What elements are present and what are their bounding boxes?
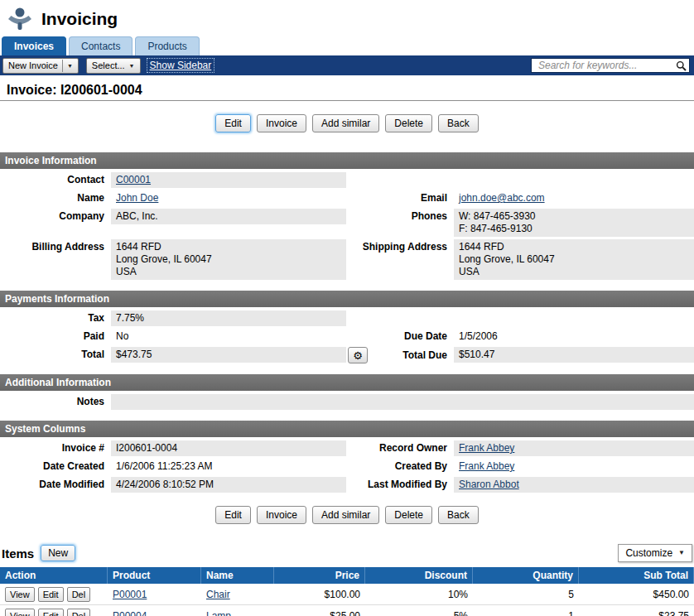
chevron-down-icon[interactable]: ▼ (67, 63, 73, 69)
invoice-information-grid: Contact C00001 Name John Doe Email john.… (0, 172, 694, 280)
phone-fax: F: 847-465-9130 (459, 223, 689, 235)
column-header-sub-total[interactable]: Sub Total (579, 567, 694, 584)
customize-button[interactable]: Customize ▼ (618, 544, 692, 562)
invoice-button[interactable]: Invoice (257, 114, 306, 132)
edit-item-button[interactable]: Edit (38, 609, 64, 616)
product-link[interactable]: P00004 (113, 610, 147, 616)
column-header-product[interactable]: Product (108, 567, 201, 584)
total-due-label-cell: ⚙ Total Due (346, 347, 454, 363)
item-quantity-cell: 5 (473, 584, 579, 605)
section-header-invoice-information: Invoice Information (0, 152, 694, 169)
tax-value-cell: 7.75% (111, 310, 346, 326)
item-name-cell: Lamp (201, 605, 274, 616)
new-item-button[interactable]: New (41, 545, 75, 561)
tab-products[interactable]: Products (135, 36, 199, 55)
item-product-cell: P00004 (108, 605, 201, 616)
contact-link[interactable]: C00001 (116, 174, 151, 185)
app-logo-icon (7, 6, 33, 32)
column-header-quantity[interactable]: Quantity (473, 567, 579, 584)
item-name-cell: Chair (201, 584, 274, 605)
title-divider (0, 100, 694, 101)
action-button-row-bottom: Edit Invoice Add similar Delete Back (0, 506, 694, 524)
payments-information-grid: Tax 7.75% Paid No Due Date 1/5/2006 Tota… (0, 310, 694, 363)
shipping-line-1: 1644 RFD (459, 241, 689, 253)
name-value-cell: John Doe (111, 190, 346, 206)
toolbar: New Invoice ▼ Select... ▼ Show Sidebar (0, 55, 694, 75)
billing-address-label: Billing Address (0, 239, 111, 255)
item-row-actions: View Edit Del (0, 584, 108, 605)
add-similar-button[interactable]: Add similar (312, 506, 379, 524)
item-subtotal-cell: $23.75 (579, 605, 694, 616)
edit-item-button[interactable]: Edit (38, 587, 64, 602)
last-modified-by-value-cell: Sharon Abbot (454, 477, 694, 493)
product-name-link[interactable]: Chair (206, 589, 230, 600)
tab-invoices[interactable]: Invoices (2, 36, 66, 55)
tab-contacts[interactable]: Contacts (69, 36, 133, 55)
email-link[interactable]: john.doe@abc.com (459, 192, 545, 204)
total-due-value-cell: $510.47 (454, 347, 694, 363)
item-discount-cell: 5% (365, 605, 473, 616)
created-by-link[interactable]: Frank Abbey (459, 460, 514, 472)
add-similar-button[interactable]: Add similar (312, 114, 379, 132)
paid-value: No (111, 329, 346, 344)
app-header: Invoicing (0, 0, 694, 36)
contact-label: Contact (0, 172, 111, 188)
items-table: Action Product Name Price Discount Quant… (0, 567, 694, 616)
view-item-button[interactable]: View (5, 609, 35, 616)
name-label: Name (0, 190, 111, 206)
contact-name-link[interactable]: John Doe (116, 192, 158, 204)
back-button[interactable]: Back (438, 506, 479, 524)
select-dropdown[interactable]: Select... ▼ (86, 58, 141, 74)
notes-value (111, 394, 694, 410)
notes-label: Notes (0, 394, 111, 410)
customize-label: Customize (625, 547, 672, 559)
delete-item-button[interactable]: Del (67, 587, 91, 602)
item-discount-cell: 10% (365, 584, 473, 605)
record-owner-link[interactable]: Frank Abbey (459, 442, 514, 454)
search-icon[interactable] (676, 60, 687, 71)
date-modified-value-cell: 4/24/2006 8:10:52 PM (111, 477, 346, 493)
last-modified-by-link[interactable]: Sharon Abbot (459, 479, 519, 490)
view-item-button[interactable]: View (5, 587, 35, 602)
total-value-cell: $473.75 (111, 347, 346, 363)
show-sidebar-link[interactable]: Show Sidebar (148, 60, 214, 71)
date-created-label: Date Created (0, 459, 111, 474)
delete-item-button[interactable]: Del (67, 609, 91, 616)
delete-button[interactable]: Delete (385, 506, 432, 524)
edit-button[interactable]: Edit (215, 114, 251, 132)
recalculate-button[interactable]: ⚙ (348, 347, 368, 363)
record-owner-label: Record Owner (346, 440, 454, 456)
billing-line-1: 1644 RFD (116, 241, 341, 253)
new-invoice-button[interactable]: New Invoice ▼ (2, 58, 79, 74)
contact-value-cell: C00001 (111, 172, 346, 188)
section-header-additional-information: Additional Information (0, 374, 694, 391)
edit-button[interactable]: Edit (215, 506, 251, 524)
billing-address-value-cell: 1644 RFD Long Grove, IL 60047 USA (111, 239, 346, 280)
additional-information-grid: Notes (0, 394, 694, 410)
item-product-cell: P00001 (108, 584, 201, 605)
search-input[interactable] (537, 59, 676, 72)
gear-icon: ⚙ (353, 349, 363, 362)
invoice-number-label: Invoice # (0, 440, 111, 456)
date-created-value-cell: 1/6/2006 11:25:23 AM (111, 459, 346, 474)
shipping-address-label: Shipping Address (346, 239, 454, 255)
delete-button[interactable]: Delete (385, 114, 432, 132)
chevron-down-icon: ▼ (678, 550, 685, 556)
invoice-button[interactable]: Invoice (257, 506, 306, 524)
column-header-name[interactable]: Name (201, 567, 274, 584)
back-button[interactable]: Back (438, 114, 479, 132)
product-link[interactable]: P00001 (113, 589, 147, 600)
column-header-price[interactable]: Price (274, 567, 365, 584)
button-divider (62, 60, 63, 72)
phones-value-cell: W: 847-465-3930 F: 847-465-9130 (454, 209, 694, 237)
items-section-title: Items (2, 546, 34, 561)
column-header-action[interactable]: Action (0, 567, 108, 584)
item-row-actions: View Edit Del (0, 605, 108, 616)
notes-value-cell (111, 394, 694, 410)
product-name-link[interactable]: Lamp (206, 610, 231, 616)
total-due-label: Total Due (402, 349, 447, 362)
column-header-discount[interactable]: Discount (365, 567, 473, 584)
shipping-address-value-cell: 1644 RFD Long Grove, IL 60047 USA (454, 239, 694, 280)
invoice-number-value-cell: I200601-0004 (111, 440, 346, 456)
company-label: Company (0, 209, 111, 224)
